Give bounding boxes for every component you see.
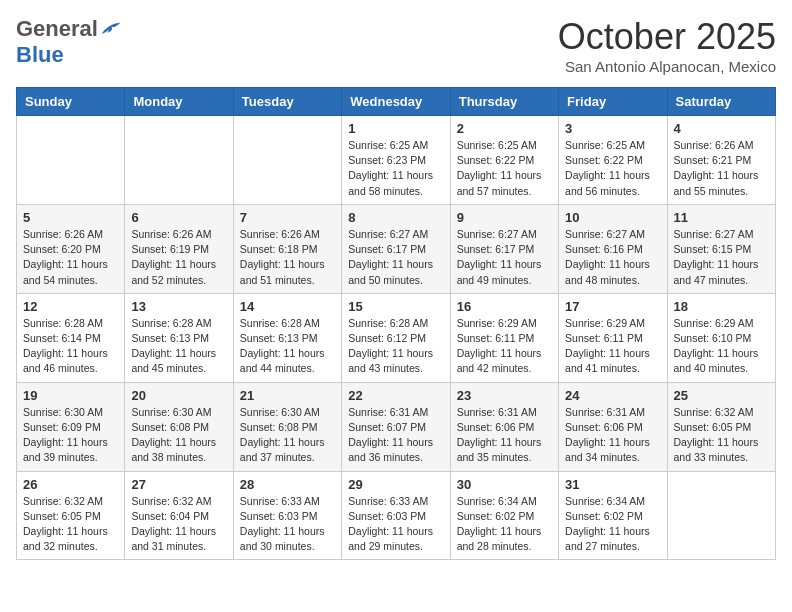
calendar-cell: 31Sunrise: 6:34 AMSunset: 6:02 PMDayligh… <box>559 471 667 560</box>
day-number: 15 <box>348 299 443 314</box>
day-number: 3 <box>565 121 660 136</box>
day-number: 9 <box>457 210 552 225</box>
day-number: 28 <box>240 477 335 492</box>
weekday-header: Friday <box>559 88 667 116</box>
day-number: 2 <box>457 121 552 136</box>
logo: General Blue <box>16 16 122 68</box>
weekday-header: Monday <box>125 88 233 116</box>
calendar-cell: 14Sunrise: 6:28 AMSunset: 6:13 PMDayligh… <box>233 293 341 382</box>
day-info: Sunrise: 6:25 AMSunset: 6:22 PMDaylight:… <box>457 138 552 199</box>
calendar-week-row: 19Sunrise: 6:30 AMSunset: 6:09 PMDayligh… <box>17 382 776 471</box>
calendar-cell: 25Sunrise: 6:32 AMSunset: 6:05 PMDayligh… <box>667 382 775 471</box>
weekday-header-row: SundayMondayTuesdayWednesdayThursdayFrid… <box>17 88 776 116</box>
day-info: Sunrise: 6:27 AMSunset: 6:17 PMDaylight:… <box>348 227 443 288</box>
day-info: Sunrise: 6:31 AMSunset: 6:06 PMDaylight:… <box>457 405 552 466</box>
day-info: Sunrise: 6:32 AMSunset: 6:05 PMDaylight:… <box>23 494 118 555</box>
day-number: 5 <box>23 210 118 225</box>
calendar-cell: 11Sunrise: 6:27 AMSunset: 6:15 PMDayligh… <box>667 204 775 293</box>
calendar-cell: 30Sunrise: 6:34 AMSunset: 6:02 PMDayligh… <box>450 471 558 560</box>
calendar-week-row: 12Sunrise: 6:28 AMSunset: 6:14 PMDayligh… <box>17 293 776 382</box>
day-number: 30 <box>457 477 552 492</box>
day-info: Sunrise: 6:33 AMSunset: 6:03 PMDaylight:… <box>348 494 443 555</box>
calendar-cell: 5Sunrise: 6:26 AMSunset: 6:20 PMDaylight… <box>17 204 125 293</box>
weekday-header: Saturday <box>667 88 775 116</box>
day-info: Sunrise: 6:25 AMSunset: 6:23 PMDaylight:… <box>348 138 443 199</box>
day-info: Sunrise: 6:28 AMSunset: 6:14 PMDaylight:… <box>23 316 118 377</box>
day-number: 6 <box>131 210 226 225</box>
day-info: Sunrise: 6:26 AMSunset: 6:18 PMDaylight:… <box>240 227 335 288</box>
calendar-cell <box>17 116 125 205</box>
calendar-cell <box>667 471 775 560</box>
title-block: October 2025 San Antonio Alpanocan, Mexi… <box>558 16 776 75</box>
calendar-cell <box>125 116 233 205</box>
calendar-cell: 4Sunrise: 6:26 AMSunset: 6:21 PMDaylight… <box>667 116 775 205</box>
day-info: Sunrise: 6:27 AMSunset: 6:17 PMDaylight:… <box>457 227 552 288</box>
calendar-cell: 24Sunrise: 6:31 AMSunset: 6:06 PMDayligh… <box>559 382 667 471</box>
calendar-cell: 10Sunrise: 6:27 AMSunset: 6:16 PMDayligh… <box>559 204 667 293</box>
calendar-cell: 15Sunrise: 6:28 AMSunset: 6:12 PMDayligh… <box>342 293 450 382</box>
weekday-header: Thursday <box>450 88 558 116</box>
calendar-cell: 26Sunrise: 6:32 AMSunset: 6:05 PMDayligh… <box>17 471 125 560</box>
logo-general: General <box>16 16 98 42</box>
day-number: 18 <box>674 299 769 314</box>
day-number: 24 <box>565 388 660 403</box>
calendar-week-row: 5Sunrise: 6:26 AMSunset: 6:20 PMDaylight… <box>17 204 776 293</box>
day-number: 12 <box>23 299 118 314</box>
calendar-cell: 7Sunrise: 6:26 AMSunset: 6:18 PMDaylight… <box>233 204 341 293</box>
calendar-cell: 12Sunrise: 6:28 AMSunset: 6:14 PMDayligh… <box>17 293 125 382</box>
day-info: Sunrise: 6:26 AMSunset: 6:20 PMDaylight:… <box>23 227 118 288</box>
day-info: Sunrise: 6:27 AMSunset: 6:16 PMDaylight:… <box>565 227 660 288</box>
calendar-cell: 16Sunrise: 6:29 AMSunset: 6:11 PMDayligh… <box>450 293 558 382</box>
weekday-header: Tuesday <box>233 88 341 116</box>
month-title: October 2025 <box>558 16 776 58</box>
logo-bird-icon <box>100 20 122 38</box>
calendar-cell: 17Sunrise: 6:29 AMSunset: 6:11 PMDayligh… <box>559 293 667 382</box>
day-info: Sunrise: 6:27 AMSunset: 6:15 PMDaylight:… <box>674 227 769 288</box>
day-number: 16 <box>457 299 552 314</box>
day-number: 22 <box>348 388 443 403</box>
calendar-cell: 6Sunrise: 6:26 AMSunset: 6:19 PMDaylight… <box>125 204 233 293</box>
day-info: Sunrise: 6:30 AMSunset: 6:09 PMDaylight:… <box>23 405 118 466</box>
day-number: 13 <box>131 299 226 314</box>
calendar-cell: 3Sunrise: 6:25 AMSunset: 6:22 PMDaylight… <box>559 116 667 205</box>
calendar-table: SundayMondayTuesdayWednesdayThursdayFrid… <box>16 87 776 560</box>
day-number: 11 <box>674 210 769 225</box>
day-info: Sunrise: 6:32 AMSunset: 6:04 PMDaylight:… <box>131 494 226 555</box>
day-info: Sunrise: 6:32 AMSunset: 6:05 PMDaylight:… <box>674 405 769 466</box>
day-number: 26 <box>23 477 118 492</box>
day-info: Sunrise: 6:33 AMSunset: 6:03 PMDaylight:… <box>240 494 335 555</box>
calendar-cell: 27Sunrise: 6:32 AMSunset: 6:04 PMDayligh… <box>125 471 233 560</box>
weekday-header: Wednesday <box>342 88 450 116</box>
day-number: 8 <box>348 210 443 225</box>
day-info: Sunrise: 6:34 AMSunset: 6:02 PMDaylight:… <box>457 494 552 555</box>
day-info: Sunrise: 6:28 AMSunset: 6:13 PMDaylight:… <box>240 316 335 377</box>
day-number: 21 <box>240 388 335 403</box>
day-number: 7 <box>240 210 335 225</box>
day-number: 4 <box>674 121 769 136</box>
page-header: General Blue October 2025 San Antonio Al… <box>16 16 776 75</box>
calendar-cell: 13Sunrise: 6:28 AMSunset: 6:13 PMDayligh… <box>125 293 233 382</box>
day-number: 25 <box>674 388 769 403</box>
calendar-cell: 8Sunrise: 6:27 AMSunset: 6:17 PMDaylight… <box>342 204 450 293</box>
location-subtitle: San Antonio Alpanocan, Mexico <box>558 58 776 75</box>
calendar-cell: 2Sunrise: 6:25 AMSunset: 6:22 PMDaylight… <box>450 116 558 205</box>
day-info: Sunrise: 6:34 AMSunset: 6:02 PMDaylight:… <box>565 494 660 555</box>
calendar-cell: 18Sunrise: 6:29 AMSunset: 6:10 PMDayligh… <box>667 293 775 382</box>
day-number: 14 <box>240 299 335 314</box>
day-info: Sunrise: 6:26 AMSunset: 6:19 PMDaylight:… <box>131 227 226 288</box>
day-info: Sunrise: 6:25 AMSunset: 6:22 PMDaylight:… <box>565 138 660 199</box>
day-number: 20 <box>131 388 226 403</box>
calendar-cell: 22Sunrise: 6:31 AMSunset: 6:07 PMDayligh… <box>342 382 450 471</box>
day-number: 23 <box>457 388 552 403</box>
day-info: Sunrise: 6:26 AMSunset: 6:21 PMDaylight:… <box>674 138 769 199</box>
calendar-cell: 1Sunrise: 6:25 AMSunset: 6:23 PMDaylight… <box>342 116 450 205</box>
day-info: Sunrise: 6:29 AMSunset: 6:11 PMDaylight:… <box>457 316 552 377</box>
day-info: Sunrise: 6:30 AMSunset: 6:08 PMDaylight:… <box>131 405 226 466</box>
day-number: 19 <box>23 388 118 403</box>
calendar-week-row: 26Sunrise: 6:32 AMSunset: 6:05 PMDayligh… <box>17 471 776 560</box>
calendar-cell: 23Sunrise: 6:31 AMSunset: 6:06 PMDayligh… <box>450 382 558 471</box>
day-number: 27 <box>131 477 226 492</box>
day-info: Sunrise: 6:29 AMSunset: 6:10 PMDaylight:… <box>674 316 769 377</box>
calendar-cell: 19Sunrise: 6:30 AMSunset: 6:09 PMDayligh… <box>17 382 125 471</box>
day-info: Sunrise: 6:28 AMSunset: 6:12 PMDaylight:… <box>348 316 443 377</box>
